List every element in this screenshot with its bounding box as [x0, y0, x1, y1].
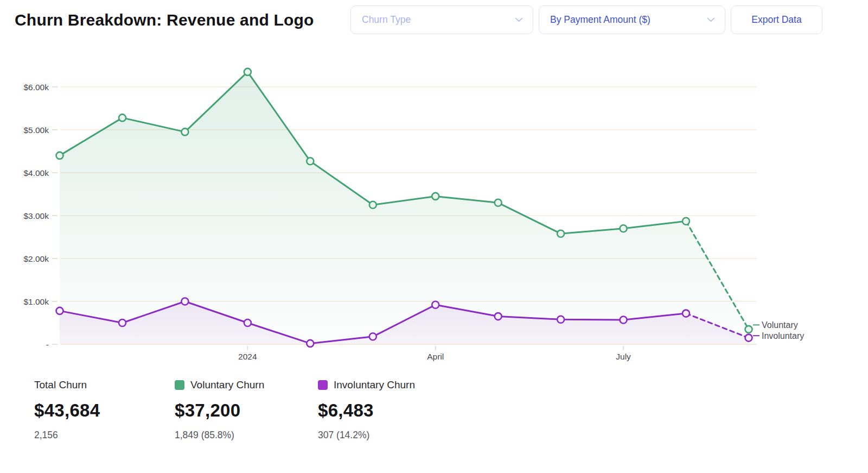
y-axis-label: $5.00k [23, 125, 49, 135]
stat-label: Total Churn [34, 379, 87, 391]
voluntary-point[interactable] [307, 157, 314, 165]
x-axis-label: 2024 [238, 352, 257, 361]
voluntary-point[interactable] [56, 152, 63, 159]
stat-sub: 307 (14.2%) [318, 430, 415, 441]
voluntary-point[interactable] [369, 201, 376, 209]
involuntary-point[interactable] [557, 316, 564, 323]
churn-type-select-placeholder: Churn Type [362, 14, 411, 26]
involuntary-swatch [318, 380, 328, 390]
voluntary-point[interactable] [495, 199, 502, 206]
metric-select[interactable]: By Payment Amount ($) [539, 5, 725, 34]
y-axis-label: $1.00k [23, 297, 49, 306]
involuntary-point[interactable] [56, 307, 63, 314]
legend-label-voluntary: Voluntary [762, 320, 798, 330]
stats-row: Total Churn $43,684 2,156 Voluntary Chur… [34, 379, 868, 441]
involuntary-point[interactable] [495, 313, 502, 320]
metric-select-value: By Payment Amount ($) [550, 14, 650, 26]
stat-value: $37,200 [175, 400, 318, 421]
stat-sub: 2,156 [34, 430, 175, 441]
y-axis-label: $3.00k [23, 211, 49, 220]
involuntary-point[interactable] [119, 319, 126, 326]
export-data-button[interactable]: Export Data [731, 5, 822, 34]
voluntary-point[interactable] [557, 230, 564, 237]
churn-type-select[interactable]: Churn Type [350, 5, 533, 34]
header: Churn Breakdown: Revenue and Logo Churn … [0, 0, 868, 34]
stat-value: $6,483 [318, 400, 415, 421]
x-axis-label: April [427, 352, 444, 361]
voluntary-point[interactable] [620, 225, 627, 232]
legend-label-involuntary: Involuntary [762, 331, 804, 340]
stat-value: $43,684 [34, 400, 175, 421]
y-axis-label: - [46, 340, 49, 349]
voluntary-point[interactable] [181, 128, 188, 135]
involuntary-point[interactable] [745, 335, 752, 342]
voluntary-area [60, 72, 749, 344]
stat-involuntary-churn: Involuntary Churn $6,483 307 (14.2%) [318, 379, 415, 441]
chevron-down-icon [707, 17, 715, 22]
involuntary-point[interactable] [181, 298, 188, 305]
involuntary-point[interactable] [307, 340, 314, 347]
stat-label: Voluntary Churn [190, 379, 264, 391]
involuntary-point[interactable] [244, 319, 251, 326]
churn-chart: $6.00k$5.00k$4.00k$3.00k$2.00k$1.00k-202… [0, 54, 868, 361]
x-axis-label: July [616, 352, 631, 361]
voluntary-point[interactable] [682, 218, 690, 225]
voluntary-swatch [175, 380, 184, 390]
y-axis-label: $2.00k [23, 254, 49, 263]
stat-sub: 1,849 (85.8%) [175, 430, 318, 441]
header-controls: Churn Type By Payment Amount ($) Export … [350, 5, 822, 34]
voluntary-point[interactable] [119, 114, 126, 121]
y-axis-label: $6.00k [23, 83, 49, 92]
involuntary-point[interactable] [620, 317, 627, 324]
involuntary-point[interactable] [682, 310, 690, 317]
stat-label: Involuntary Churn [334, 379, 415, 391]
voluntary-point[interactable] [244, 68, 251, 75]
churn-chart-svg: $6.00k$5.00k$4.00k$3.00k$2.00k$1.00k-202… [0, 54, 868, 361]
involuntary-point[interactable] [369, 333, 376, 340]
y-axis-label: $4.00k [23, 168, 49, 178]
voluntary-point[interactable] [745, 326, 752, 333]
page-title: Churn Breakdown: Revenue and Logo [15, 11, 314, 29]
involuntary-point[interactable] [432, 301, 439, 308]
stat-voluntary-churn: Voluntary Churn $37,200 1,849 (85.8%) [175, 379, 318, 441]
voluntary-point[interactable] [432, 193, 439, 200]
chevron-down-icon [515, 17, 523, 22]
stat-total-churn: Total Churn $43,684 2,156 [34, 379, 175, 441]
